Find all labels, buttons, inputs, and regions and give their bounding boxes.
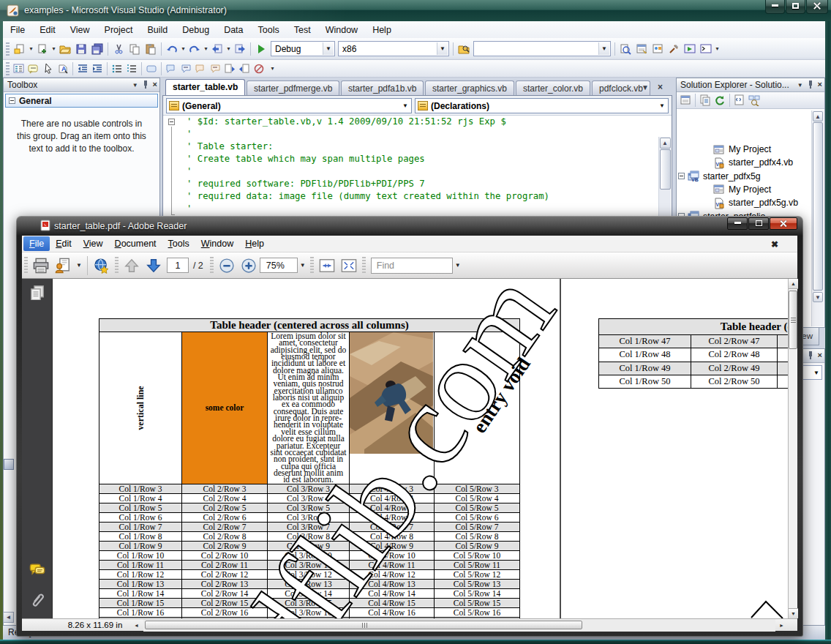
scrollbar-thumb[interactable] — [813, 122, 823, 291]
shape-box-icon[interactable] — [144, 61, 159, 76]
vs-maximize-button[interactable] — [786, 0, 805, 14]
vs-minimize-button[interactable] — [765, 0, 785, 14]
dropdown-arrow-icon[interactable]: ▾ — [225, 45, 232, 52]
chevron-down-icon[interactable]: ▼ — [437, 42, 448, 55]
adobe-menu-help[interactable]: Help — [239, 236, 270, 251]
editor-tab-starter_pdfmerge-vb[interactable]: starter_pdfmerge.vb — [247, 80, 339, 95]
editor-tab-starter_table-vb[interactable]: starter_table.vb — [165, 79, 245, 95]
vs-menu-tools[interactable]: Tools — [251, 23, 287, 37]
tree-item-starter_pdfx5g[interactable]: VBstarter_pdfx5g — [678, 170, 761, 183]
adobe-vertical-scrollbar[interactable]: ▲ ▼ — [788, 279, 797, 618]
configuration-combo[interactable]: Debug▼ — [271, 41, 335, 56]
dropdown-arrow-icon[interactable]: ▾ — [50, 45, 57, 52]
dropdown-arrow-icon[interactable]: ▼ — [453, 262, 463, 269]
show-all-files-icon[interactable] — [698, 93, 712, 108]
parameter-info-icon[interactable] — [26, 61, 41, 76]
vs-menu-test[interactable]: Test — [287, 23, 318, 37]
adobe-menu-document[interactable]: Document — [109, 236, 162, 251]
vs-menu-project[interactable]: Project — [97, 23, 140, 37]
chevron-down-icon[interactable]: ▼ — [598, 42, 609, 55]
collapse-icon[interactable] — [678, 173, 685, 179]
vs-menu-window[interactable]: Window — [318, 23, 365, 37]
fold-collapse-icon[interactable] — [168, 119, 175, 125]
copy-icon[interactable] — [127, 41, 143, 57]
bullet-list-icon[interactable] — [110, 61, 124, 76]
numbered-list-icon[interactable] — [124, 61, 139, 76]
class-diagram-icon[interactable] — [747, 93, 762, 108]
fit-page-icon[interactable] — [338, 255, 360, 276]
scroll-up-icon[interactable]: ▲ — [789, 279, 798, 289]
scroll-right-icon[interactable]: ► — [777, 621, 786, 630]
tree-item-My-Project[interactable]: My Project — [703, 183, 771, 196]
fit-width-icon[interactable] — [316, 255, 338, 276]
properties-icon[interactable] — [678, 93, 693, 108]
zoom-out-icon[interactable] — [216, 255, 238, 276]
scrollbar-thumb[interactable] — [145, 621, 582, 629]
tab-list-dropdown-icon[interactable]: ▼ — [642, 83, 649, 91]
decrease-indent-icon[interactable] — [75, 61, 90, 76]
solution-explorer-windowposition-icon[interactable]: ▼ — [797, 82, 803, 89]
adobe-menu-edit[interactable]: Edit — [50, 236, 78, 251]
comment-out-2-icon[interactable] — [178, 61, 193, 76]
find-field[interactable]: Find — [371, 258, 453, 274]
adobe-menu-view[interactable]: View — [78, 236, 109, 251]
properties-window-icon[interactable] — [633, 41, 650, 57]
new-project-icon[interactable] — [12, 41, 28, 57]
vs-menu-edit[interactable]: Edit — [32, 23, 63, 37]
uncomment-2-icon[interactable] — [208, 61, 222, 76]
dropdown-arrow-icon[interactable]: ▼ — [298, 262, 308, 269]
view-code-icon[interactable] — [732, 93, 747, 108]
attachments-panel-icon[interactable] — [29, 592, 45, 608]
page-number-field[interactable]: 1 — [167, 258, 189, 273]
vs-menu-debug[interactable]: Debug — [175, 23, 217, 37]
navigate-backward-icon[interactable] — [209, 41, 225, 57]
bookmark-clear-icon[interactable] — [252, 61, 266, 76]
scroll-down-icon[interactable]: ▼ — [789, 608, 798, 618]
solution-explorer-scrollbar[interactable]: ▲ ▼ — [811, 111, 824, 326]
adobe-menu-window[interactable]: Window — [195, 236, 239, 251]
solution-explorer-header[interactable]: Solution Explorer - Solutio... ▼ × — [677, 78, 824, 92]
vs-menu-file[interactable]: File — [3, 23, 32, 37]
tree-item-My-Project[interactable]: My Project — [703, 143, 771, 156]
paste-icon[interactable] — [143, 41, 159, 57]
zoom-in-icon[interactable] — [238, 255, 260, 276]
toolbox-close-icon[interactable]: × — [153, 80, 157, 89]
scroll-left-icon[interactable]: ◄ — [132, 621, 141, 630]
adobe-maximize-button[interactable] — [748, 217, 769, 230]
vs-menu-build[interactable]: Build — [140, 23, 175, 37]
navigate-forward-icon[interactable] — [232, 41, 248, 57]
find-combo[interactable]: ▼ — [473, 41, 611, 56]
comments-panel-icon[interactable] — [29, 561, 45, 577]
adobe-menu-tools[interactable]: Tools — [162, 236, 195, 251]
declarations-combo[interactable]: (Declarations) ▼ — [415, 98, 669, 113]
editor-tab-starter_pdfa1b-vb[interactable]: starter_pdfa1b.vb — [341, 80, 424, 95]
editor-tab-starter_graphics-vb[interactable]: starter_graphics.vb — [425, 80, 514, 95]
increase-indent-icon[interactable] — [90, 61, 105, 76]
tree-item-starter_pdfx4-vb[interactable]: VBstarter_pdfx4.vb — [703, 156, 793, 169]
properties-pin-icon[interactable] — [807, 351, 814, 360]
vs-titlebar[interactable]: examples - Microsoft Visual Studio (Admi… — [0, 0, 831, 21]
dropdown-arrow-icon[interactable]: ▾ — [714, 45, 721, 52]
start-page-icon[interactable] — [682, 41, 698, 57]
dropdown-arrow-icon[interactable]: ▾ — [180, 45, 187, 52]
dropdown-arrow-icon[interactable]: ▼ — [74, 262, 84, 269]
cut-icon[interactable] — [110, 41, 127, 57]
command-window-icon[interactable] — [698, 41, 714, 57]
member-list-icon[interactable] — [12, 61, 26, 76]
vs-menu-view[interactable]: View — [63, 23, 97, 37]
adobe-horizontal-scrollbar[interactable] — [143, 619, 775, 632]
vs-menu-data[interactable]: Data — [217, 23, 250, 37]
print-icon[interactable] — [30, 255, 52, 276]
scroll-up-icon[interactable]: ▲ — [813, 111, 823, 121]
chevron-down-icon[interactable]: ▼ — [323, 42, 334, 55]
dropdown-arrow-icon[interactable]: ▾ — [28, 45, 34, 52]
hidden-panel-icon[interactable] — [4, 459, 14, 470]
solution-explorer-pin-icon[interactable] — [807, 80, 814, 89]
tab-close-icon[interactable]: × — [658, 82, 663, 92]
properties-close-icon[interactable]: × — [818, 351, 822, 360]
comment-out-icon[interactable] — [164, 61, 178, 76]
toolbox-pin-icon[interactable] — [142, 80, 149, 89]
add-new-item-icon[interactable] — [34, 41, 50, 57]
toolbar-overflow-icon[interactable]: ▾ — [269, 65, 276, 72]
undo-icon[interactable] — [164, 41, 180, 57]
